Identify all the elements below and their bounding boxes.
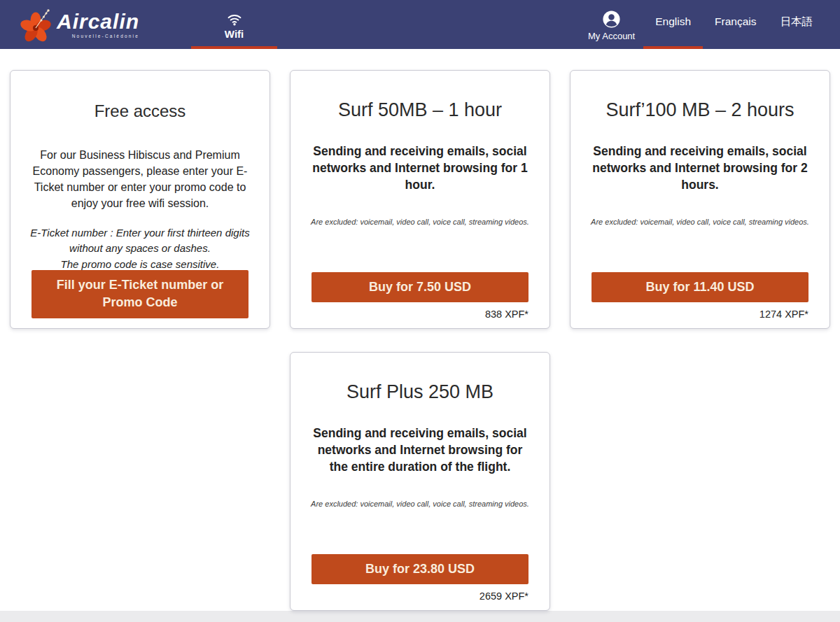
- card-exclusions: Are excluded: voicemail, video call, voi…: [303, 500, 537, 509]
- buy-surf-50mb-button[interactable]: Buy for 7.50 USD: [312, 272, 528, 302]
- language-switcher: English Français 日本語: [643, 0, 825, 49]
- wifi-plans-grid: Free access For our Business Hibiscus an…: [0, 49, 840, 611]
- card-description: Sending and receiving emails, social net…: [590, 143, 810, 194]
- brand-name: Aircalin: [57, 11, 139, 32]
- local-price: 1274 XPF*: [592, 309, 808, 320]
- top-navbar: Aircalin Nouvelle-Calédonie Wifi My Acco…: [0, 0, 840, 49]
- card-description: Sending and receiving emails, social net…: [310, 425, 530, 476]
- navbar-spacer: [277, 0, 588, 49]
- fill-eticket-button[interactable]: Fill your E-Ticket number or Promo Code: [31, 270, 248, 318]
- tab-wifi[interactable]: Wifi: [191, 0, 277, 49]
- card-title: Surf 50MB – 1 hour: [298, 99, 542, 121]
- card-title: Surf Plus 250 MB: [298, 381, 542, 403]
- card-surf-50mb: Surf 50MB – 1 hour Sending and receiving…: [290, 70, 550, 329]
- buy-surf-plus-250mb-button[interactable]: Buy for 23.80 USD: [312, 554, 528, 584]
- card-description: For our Business Hibiscus and Premium Ec…: [30, 147, 250, 211]
- my-account-label: My Account: [588, 31, 635, 41]
- card-surf-plus-250mb: Surf Plus 250 MB Sending and receiving e…: [290, 352, 550, 611]
- card-note-line-1: E-Ticket number : Enter your first thirt…: [29, 225, 251, 257]
- wifi-icon: [225, 12, 244, 26]
- aircalin-logo[interactable]: Aircalin Nouvelle-Calédonie: [20, 0, 139, 49]
- card-exclusions: Are excluded: voicemail, video call, voi…: [303, 218, 537, 227]
- card-free-access: Free access For our Business Hibiscus an…: [10, 70, 270, 329]
- buy-surf-100mb-button[interactable]: Buy for 11.40 USD: [592, 272, 808, 302]
- language-english[interactable]: English: [643, 0, 703, 49]
- hibiscus-flower-icon: [20, 7, 52, 42]
- page-bottom-strip: [0, 611, 840, 622]
- logo-text: Aircalin Nouvelle-Calédonie: [57, 11, 139, 38]
- language-francais[interactable]: Français: [703, 0, 768, 49]
- card-description: Sending and receiving emails, social net…: [310, 143, 530, 194]
- local-price: 838 XPF*: [312, 309, 528, 320]
- card-title: Surf’100 MB – 2 hours: [578, 99, 822, 121]
- user-icon: [602, 10, 621, 29]
- card-note: E-Ticket number : Enter your first thirt…: [29, 225, 251, 273]
- my-account-button[interactable]: My Account: [588, 0, 635, 49]
- card-title: Free access: [18, 101, 262, 122]
- brand-tagline: Nouvelle-Calédonie: [72, 34, 139, 38]
- language-japanese[interactable]: 日本語: [769, 0, 825, 49]
- card-surf-100mb: Surf’100 MB – 2 hours Sending and receiv…: [570, 70, 830, 329]
- local-price: 2659 XPF*: [312, 591, 528, 602]
- card-exclusions: Are excluded: voicemail, video call, voi…: [583, 218, 817, 227]
- tab-wifi-label: Wifi: [225, 28, 244, 40]
